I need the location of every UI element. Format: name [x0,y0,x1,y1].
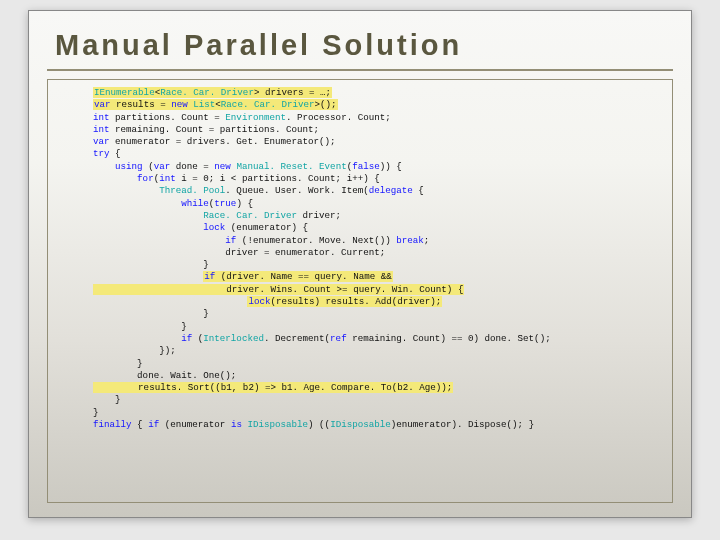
tk: while [181,198,209,209]
tk: false [352,161,380,172]
tk: true [214,198,236,209]
tk: Thread. Pool [159,185,225,196]
tk: var [154,161,171,172]
tk: int [159,173,176,184]
tk: done = [170,161,214,172]
tk: using [115,161,143,172]
tk: IEnumerable [94,87,155,98]
tk: ) (( [308,419,330,430]
tk [93,271,203,282]
tk: } [93,259,209,270]
tk: break [396,235,424,246]
tk: Race. Car. Driver [203,210,297,221]
code-block: IEnumerable<Race. Car. Driver> drivers =… [93,87,661,431]
tk: ref [330,333,347,344]
tk: for [137,173,154,184]
tk: } [93,308,209,319]
tk [93,235,225,246]
tk: { [110,148,121,159]
tk: . Decrement( [264,333,330,344]
tk: } [93,394,121,405]
tk: if [204,271,215,282]
tk: Manual. Reset. Event [236,161,346,172]
tk: partitions. Count = [110,112,226,123]
tk: ( [192,333,203,344]
tk: { [413,185,424,196]
tk: . Processor. Count; [286,112,391,123]
tk: (enumerator) { [225,222,308,233]
tk: } [93,407,99,418]
tk [93,173,137,184]
tk: Interlocked [203,333,264,344]
tk: IDisposable [330,419,391,430]
tk: )enumerator). Dispose(); } [391,419,534,430]
tk: >(); [315,99,337,110]
tk: Race. Car. Driver [160,87,254,98]
tk: remaining. Count = partitions. Count; [110,124,320,135]
tk [93,185,159,196]
tk: enumerator = drivers. Get. Enumerator(); [110,136,336,147]
tk: (!enumerator. Move. Next()) [236,235,396,246]
slide-title: Manual Parallel Solution [55,29,462,62]
tk: i = 0; i < partitions. Count; i++) { [176,173,380,184]
tk: (enumerator [159,419,231,430]
tk: is [231,419,242,430]
tk: > drivers = …; [254,87,331,98]
tk: done. Wait. One(); [93,370,236,381]
tk: }); [93,345,176,356]
tk: (driver. Name == query. Name && [215,271,391,282]
tk: new [214,161,231,172]
tk: lock [248,296,270,307]
tk: if [181,333,192,344]
tk: driver; [297,210,341,221]
title-underline [47,69,673,71]
tk [93,210,203,221]
tk: driver = enumerator. Current; [93,247,385,258]
tk: ) { [236,198,253,209]
tk: ( [143,161,154,172]
tk: try [93,148,110,159]
tk: } [93,358,143,369]
tk: List [193,99,215,110]
tk: results. Sort((b1, b2) => b1. Age. Compa… [94,382,452,393]
slide: Manual Parallel Solution IEnumerable<Rac… [28,10,692,518]
tk: remaining. Count) == 0) done. Set(); [347,333,551,344]
tk [93,198,181,209]
tk: var [94,99,111,110]
tk: if [225,235,236,246]
tk: { [132,419,149,430]
tk: int [93,124,110,135]
tk: )) { [380,161,402,172]
tk: results = [111,99,172,110]
tk: lock [203,222,225,233]
tk: IDisposable [247,419,308,430]
tk [93,222,203,233]
tk: (results) results. Add(driver); [270,296,441,307]
tk [93,161,115,172]
tk: delegate [369,185,413,196]
tk [93,296,247,307]
tk: driver. Wins. Count >= query. Win. Count… [94,284,463,295]
tk: finally [93,419,132,430]
tk: int [93,112,110,123]
tk: } [93,321,187,332]
tk: new [171,99,188,110]
tk: Race. Car. Driver [221,99,315,110]
tk: . Queue. User. Work. Item( [225,185,368,196]
tk: if [148,419,159,430]
tk: ; [424,235,430,246]
code-pre: IEnumerable<Race. Car. Driver> drivers =… [93,87,661,431]
tk: var [93,136,110,147]
tk [93,333,181,344]
tk: Environment [225,112,286,123]
